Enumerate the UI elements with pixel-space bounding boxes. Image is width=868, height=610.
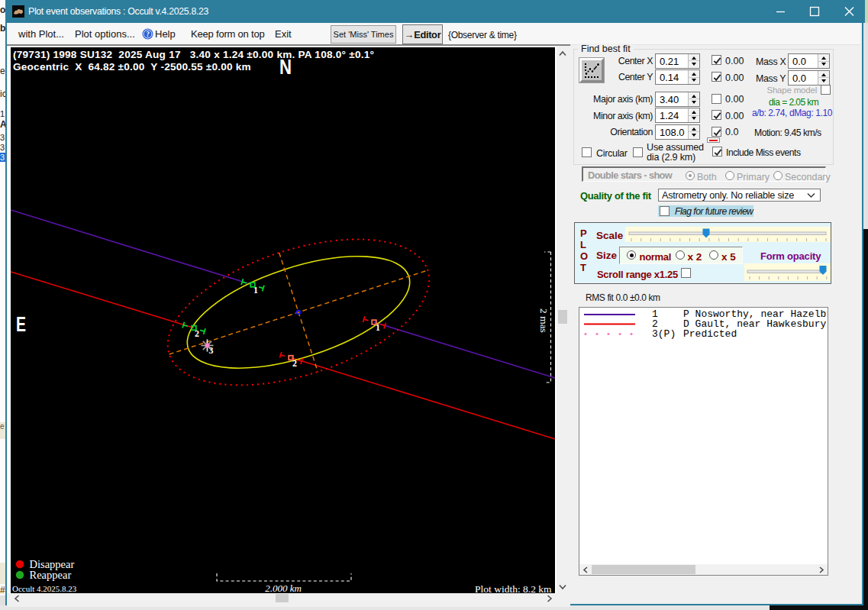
svg-text:E: E bbox=[16, 313, 26, 336]
svg-text:Occult 4.2025.8.23: Occult 4.2025.8.23 bbox=[12, 584, 77, 593]
svg-text:N: N bbox=[279, 56, 292, 79]
svg-text:1: 1 bbox=[376, 322, 380, 333]
svg-text:Geocentric X 64.82 ±0.00 Y: Geocentric X 64.82 ±0.00 Y -2500.55 ±0.0… bbox=[13, 61, 251, 73]
svg-text:Reappear: Reappear bbox=[30, 569, 72, 581]
svg-text:2: 2 bbox=[195, 328, 199, 339]
svg-text:2.000 km: 2.000 km bbox=[265, 583, 302, 593]
svg-text:?: ? bbox=[146, 31, 150, 38]
svg-text:Plot width: 8.2 km: Plot width: 8.2 km bbox=[475, 583, 552, 594]
svg-text:2 mas: 2 mas bbox=[538, 308, 550, 333]
svg-text:(79731) 1998 SU132 2025 Aug 1: (79731) 1998 SU132 2025 Aug 17 3.40 x 1.… bbox=[13, 49, 374, 60]
svg-text:1: 1 bbox=[253, 285, 258, 295]
svg-text:3: 3 bbox=[209, 345, 214, 356]
svg-text:2: 2 bbox=[292, 358, 297, 369]
